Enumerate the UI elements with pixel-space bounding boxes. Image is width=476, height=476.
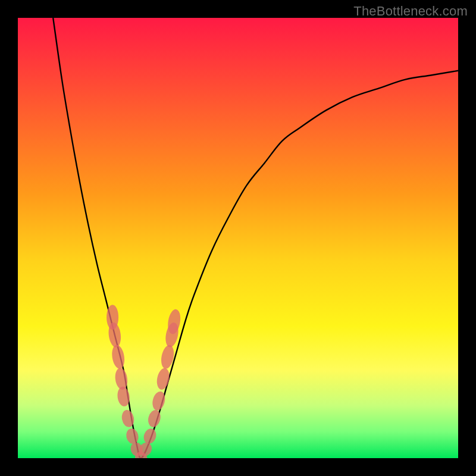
bead-marker — [111, 344, 126, 369]
bottleneck-curve — [53, 18, 458, 458]
chart-area — [18, 18, 458, 458]
watermark-text: TheBottleneck.com — [353, 4, 468, 19]
bead-marker — [125, 427, 140, 445]
bottleneck-curve-svg — [18, 18, 458, 458]
recommended-beads — [107, 305, 182, 458]
bead-marker — [159, 344, 176, 370]
bead-marker — [155, 367, 171, 391]
bead-marker — [142, 427, 158, 446]
